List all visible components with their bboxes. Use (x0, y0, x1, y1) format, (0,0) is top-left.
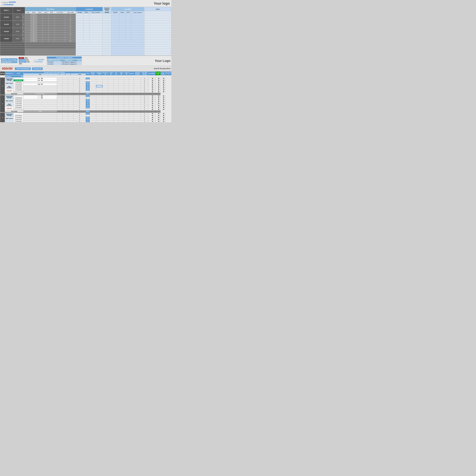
check-weekly-button[interactable]: Check Weekly/Daily (15, 68, 31, 70)
week-number: 3 (0, 113, 5, 122)
exercise-name: Sample (0, 28, 13, 35)
div-error: #DIV/0! (1, 67, 14, 71)
trend-value: N/A (26, 59, 29, 61)
target-daily-label: Target Daily Average (5, 78, 14, 81)
sets-value: 3 (22, 35, 25, 42)
fats-header: FATS (g) (114, 71, 119, 75)
day-sun: Sun (86, 89, 90, 91)
daily-deviation-label: Daily Deviation (5, 103, 14, 107)
comp-weeks-1: -103 weeks & 1 day(s) out (61, 61, 77, 63)
menstrual-header: Menstrual C (165, 71, 171, 75)
table-row: 16-09-2023 0 Sat 0 (0, 87, 171, 89)
p-subheader: P (57, 73, 63, 75)
stats-panel: #REF! #N/A Trend (g) N/A Monthly % N/A N… (19, 57, 30, 65)
rpe-subheader: RPE (49, 11, 54, 14)
table-row: 9-13-2021 -103 weeks & 2 day(s) out (47, 63, 82, 65)
c-subheader: C (62, 73, 68, 75)
middle-controls: #DIV/0! Check Weekly/Daily Morning Fill … (0, 66, 171, 71)
daily-tracked-label: Daily Tracked (5, 99, 14, 103)
exercise-name: Sample (0, 21, 13, 28)
blue-outline-cell[interactable] (96, 85, 102, 87)
logo-left: POWERED JASON BY STOUPAS (1, 1, 16, 6)
lw-rpe-subheader: RPE (125, 11, 131, 14)
monthly-value2: N/A (19, 63, 22, 65)
table-row: 9-13-2021 -103 weeks & 1 day(s) out (47, 61, 82, 63)
table-row: 21-09-2023 0 Thu 0 (0, 101, 171, 103)
ref-error: #REF! (19, 57, 24, 59)
day-tue: Tue (86, 78, 90, 80)
comp-date-1: 9-13-2021 (47, 61, 61, 63)
date-cell: 17-09-2023 (14, 89, 23, 91)
sugar-header: SUGAR (g) (124, 71, 129, 75)
daily-deviation-label (5, 120, 14, 122)
powered-text: POWERED JASON (1, 1, 16, 3)
nutrition-table: Weeks Update Day DATE Weekly Nutrition R… (0, 71, 171, 122)
carbs-header: CARBS (g) (108, 71, 114, 75)
table-row: #VALUE! 24-09-2023 0 Sun 0 (0, 107, 171, 108)
na-error: #N/A (24, 57, 28, 59)
rpe-c-subheader: RPE (84, 11, 89, 14)
sodium-header: Sodium (129, 71, 134, 75)
exercise-tempo: 31X0 (13, 28, 22, 35)
weekly-nutrition-header: Weekly Nutrition Recommendation (23, 71, 86, 73)
day-fri: Fri (86, 85, 90, 87)
update-day-select[interactable]: MondayTuesdayWednesdayThursdayFridaySatu… (5, 76, 23, 77)
weight-header: WEIGHT (Kg) (90, 71, 96, 75)
table-row: 0 0 (0, 91, 171, 93)
comp-date-2: 9-13-2021 (47, 63, 61, 65)
table-row: 2 Target Daily Average 0 Tue 0 (0, 95, 171, 97)
table-row: #VALUE! 17-09-2023 0 Sun 0 (0, 89, 171, 91)
projected-header: Projected Daily Max (PDM) (102, 7, 111, 11)
protein-header: PROTEIN (g) (102, 71, 108, 75)
f-subheader: F (68, 73, 73, 75)
bottom-bar: Rolling 7 Day Average 28 vs prev 28 #REF… (0, 55, 171, 66)
table-row: Sample 31X0 3 8 9 (0, 14, 171, 16)
calc-load-subheader: Calc Load (65, 11, 76, 14)
table-row (0, 42, 171, 44)
table-row: 8 10 (0, 33, 171, 35)
bottom-logo-right: Your Logo (155, 59, 170, 63)
lw-reps-subheader: Reps (119, 11, 125, 14)
prescribed-header: Prescribed (25, 7, 76, 11)
workout-section: Week 1 Day 1 Prescribed Completed Projec… (0, 7, 171, 55)
update-day-header: Update Day (5, 71, 14, 75)
table-row: Daily Tracked 20-09-2023 0 Wed 0 (0, 99, 171, 101)
morning-fill-button[interactable]: Morning Fill (32, 68, 43, 70)
pdm-subheader: (PDM) (102, 11, 111, 14)
comp-notes-header: Notes (77, 59, 82, 61)
table-row: 1 Target Daily Average LowMidHigh 0 Tue … (0, 78, 171, 80)
table-row: 14-09-2023 HighLowMid 0 Thu 0 (0, 83, 171, 85)
lastweek-header: Last Week (111, 7, 144, 11)
sets-value: 3 (22, 14, 25, 21)
pct-pdm-subheader: % of PDM (54, 11, 65, 14)
lifting-header: LIFTING Y/N (155, 71, 160, 75)
table-row (0, 49, 171, 51)
competition-title: Competition Countdown (47, 56, 82, 59)
inline-logo: POWERED JASON BY STOUPAS (33, 59, 44, 63)
table-row: 8 10 (0, 26, 171, 28)
target-daily-label: Target Daily Average (5, 95, 14, 99)
sleep-header: Sleep Hours (160, 71, 165, 75)
table-row: 23-09-2023 0 Sat 0 (0, 105, 171, 107)
table-row: 3 Target Daily Average 0 Tue 0 (0, 113, 171, 115)
notes-header: Notes (144, 7, 171, 11)
date-cell: 15-09-2023 (14, 85, 23, 87)
comp-weeks-2: -103 weeks & 2 day(s) out (61, 63, 77, 65)
table-row: Daily Deviation 15-09-2023 0 Fri 0 (0, 85, 171, 87)
target-daily-label: Target Daily Average (5, 113, 14, 117)
weight-subheader: Weight (76, 11, 84, 14)
rolling-panel: Rolling 7 Day Average 28 vs prev 28 (1, 58, 17, 63)
weigh-in-header: WEIGH IN TIME (96, 71, 102, 75)
lw-reps-completed-subheader: Reps Completed (131, 11, 144, 14)
comp-weeks-header: WEEKS OUT (61, 59, 77, 61)
logo-right: Your logo (154, 1, 170, 6)
table-row: Step Target 0.00kg Mon (0, 110, 171, 112)
table-row: 12-09-2023 LowMidHigh 0 0 YN (0, 80, 171, 81)
comp-notes-2 (77, 63, 82, 65)
fruit-header: Fruit 150g raw each serving (141, 71, 148, 75)
daily-tracked-label: Daily Tracked (5, 117, 14, 120)
value-error-label: #VALUE! (5, 107, 14, 110)
exercise-name: Sample (0, 14, 13, 21)
top-header: POWERED JASON BY STOUPAS Your logo (0, 0, 171, 7)
veg-header: Veg 75g raw each serving (134, 71, 141, 75)
